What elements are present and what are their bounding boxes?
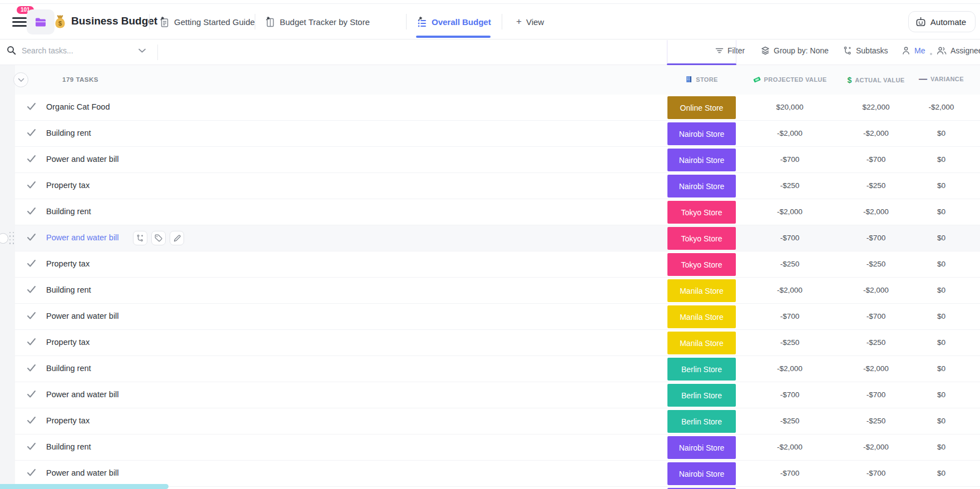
store-tag[interactable]: Manila Store xyxy=(667,279,736,302)
add-subtask-button[interactable] xyxy=(133,231,147,245)
task-complete-check-icon[interactable] xyxy=(27,259,37,269)
rename-task-button[interactable] xyxy=(170,231,184,245)
task-row[interactable]: Property taxNairobi Store-$250-$250$0 xyxy=(15,173,980,199)
task-name[interactable]: Building rent xyxy=(46,442,91,451)
task-complete-check-icon[interactable] xyxy=(27,364,37,374)
task-row[interactable]: Organic Cat FoodOnline Store$20,000$22,0… xyxy=(15,95,980,121)
variance-cell[interactable]: $0 xyxy=(904,312,979,320)
projected-value-cell[interactable]: -$2,000 xyxy=(745,208,834,216)
variance-cell[interactable]: $0 xyxy=(904,181,979,190)
projected-value-cell[interactable]: -$2,000 xyxy=(745,443,834,451)
task-complete-check-icon[interactable] xyxy=(27,207,37,217)
projected-value-cell[interactable]: -$700 xyxy=(745,155,834,164)
projected-value-cell[interactable]: -$2,000 xyxy=(745,364,834,373)
projected-value-cell[interactable]: -$250 xyxy=(745,260,834,268)
tab-budget-tracker-by-store[interactable]: Budget Tracker by Store xyxy=(265,16,370,28)
store-tag[interactable]: Nairobi Store xyxy=(667,175,736,197)
task-name[interactable]: Power and water bill xyxy=(46,233,119,242)
task-name[interactable]: Property tax xyxy=(46,259,90,268)
projected-value-cell[interactable]: -$700 xyxy=(745,469,834,477)
projected-value-cell[interactable]: -$700 xyxy=(745,391,834,399)
search-chevron-down-icon[interactable] xyxy=(138,48,146,53)
task-complete-check-icon[interactable] xyxy=(27,416,37,426)
variance-cell[interactable]: $0 xyxy=(904,234,979,242)
task-complete-check-icon[interactable] xyxy=(27,181,37,191)
search-input[interactable]: Search tasks... xyxy=(7,46,73,55)
filter-button[interactable]: Filter xyxy=(715,46,745,55)
variance-cell[interactable]: $0 xyxy=(904,338,979,347)
task-name[interactable]: Building rent xyxy=(46,129,91,137)
store-tag[interactable]: Tokyo Store xyxy=(667,227,736,250)
task-complete-check-icon[interactable] xyxy=(27,442,37,452)
task-name[interactable]: Power and water bill xyxy=(46,155,119,164)
drag-handle-icon[interactable] xyxy=(9,232,14,244)
assignees-button[interactable]: Assignees xyxy=(937,46,980,55)
task-name[interactable]: Power and water bill xyxy=(46,390,119,399)
add-tag-button[interactable] xyxy=(151,231,166,245)
store-tag[interactable]: Tokyo Store xyxy=(667,201,736,224)
group-by-button[interactable]: Group by: None xyxy=(761,46,829,55)
store-tag[interactable]: Tokyo Store xyxy=(667,253,736,276)
projected-value-cell[interactable]: -$700 xyxy=(745,312,834,320)
task-name[interactable]: Building rent xyxy=(46,364,91,373)
store-tag[interactable]: Nairobi Store xyxy=(667,436,736,459)
task-name[interactable]: Property tax xyxy=(46,181,90,190)
variance-cell[interactable]: $0 xyxy=(904,155,979,164)
automate-button[interactable]: Automate xyxy=(908,11,976,32)
task-name[interactable]: Building rent xyxy=(46,207,91,216)
task-name[interactable]: Property tax xyxy=(46,338,90,347)
variance-cell[interactable]: $0 xyxy=(904,469,979,477)
column-header-variance[interactable]: — VARIANCE xyxy=(904,76,979,82)
task-row[interactable]: Building rentManila Store-$2,000-$2,000$… xyxy=(15,278,980,304)
task-complete-check-icon[interactable] xyxy=(27,102,37,112)
variance-cell[interactable]: $0 xyxy=(904,443,979,451)
variance-cell[interactable]: $0 xyxy=(904,391,979,399)
task-complete-check-icon[interactable] xyxy=(27,155,37,165)
add-view-button[interactable]: + View xyxy=(516,16,544,27)
task-complete-check-icon[interactable] xyxy=(27,312,37,322)
variance-cell[interactable]: $0 xyxy=(904,286,979,294)
task-complete-check-icon[interactable] xyxy=(27,129,37,139)
task-row[interactable]: Property taxTokyo Store-$250-$250$0 xyxy=(15,251,980,278)
task-complete-check-icon[interactable] xyxy=(27,338,37,348)
store-tag[interactable]: Nairobi Store xyxy=(667,122,736,145)
store-tag[interactable]: Nairobi Store xyxy=(667,462,736,485)
task-complete-check-icon[interactable] xyxy=(27,468,37,478)
variance-cell[interactable]: $0 xyxy=(904,208,979,216)
collapse-group-button[interactable] xyxy=(13,72,28,87)
task-row[interactable]: Power and water billNairobi Store-$700-$… xyxy=(15,461,980,487)
projected-value-cell[interactable]: -$250 xyxy=(745,181,834,190)
task-row[interactable]: Building rentNairobi Store-$2,000-$2,000… xyxy=(15,121,980,147)
store-tag[interactable]: Nairobi Store xyxy=(667,149,736,171)
task-row[interactable]: Power and water billManila Store-$700-$7… xyxy=(15,304,980,330)
task-row[interactable]: Power and water billBerlin Store-$700-$7… xyxy=(15,382,980,408)
task-row[interactable]: Power and water bill Tokyo Store-$700-$7… xyxy=(15,225,980,251)
column-header-projected-value[interactable]: PROJECTED VALUE xyxy=(745,76,834,83)
task-name[interactable]: Building rent xyxy=(46,285,91,294)
projected-value-cell[interactable]: -$250 xyxy=(745,417,834,425)
task-row[interactable]: Building rentNairobi Store-$2,000-$2,000… xyxy=(15,434,980,461)
task-row[interactable]: Property taxBerlin Store-$250-$250$0 xyxy=(15,408,980,434)
projected-value-cell[interactable]: -$2,000 xyxy=(745,129,834,137)
tab-getting-started-guide[interactable]: Getting Started Guide xyxy=(159,16,255,28)
task-row[interactable]: Building rentBerlin Store-$2,000-$2,000$… xyxy=(15,356,980,382)
store-tag[interactable]: Berlin Store xyxy=(667,358,736,381)
store-tag[interactable]: Berlin Store xyxy=(667,384,736,407)
tab-overall-budget[interactable]: Overall Budget xyxy=(416,16,491,28)
me-filter-button[interactable]: Me xyxy=(902,46,925,55)
task-name[interactable]: Property tax xyxy=(46,416,90,425)
task-complete-check-icon[interactable] xyxy=(27,233,37,243)
projected-value-cell[interactable]: -$2,000 xyxy=(745,286,834,294)
task-row[interactable]: Property taxManila Store-$250-$250$0 xyxy=(15,330,980,356)
variance-cell[interactable]: $0 xyxy=(904,260,979,268)
task-name[interactable]: Power and water bill xyxy=(46,312,119,320)
projected-value-cell[interactable]: -$700 xyxy=(745,234,834,242)
variance-cell[interactable]: $0 xyxy=(904,129,979,137)
hamburger-menu-icon[interactable] xyxy=(12,17,28,28)
store-tag[interactable]: Manila Store xyxy=(667,305,736,328)
variance-cell[interactable]: -$2,000 xyxy=(904,103,979,111)
projected-value-cell[interactable]: -$250 xyxy=(745,338,834,347)
variance-cell[interactable]: $0 xyxy=(904,364,979,373)
store-tag[interactable]: Manila Store xyxy=(667,332,736,354)
column-header-store[interactable]: STORE xyxy=(667,76,736,83)
